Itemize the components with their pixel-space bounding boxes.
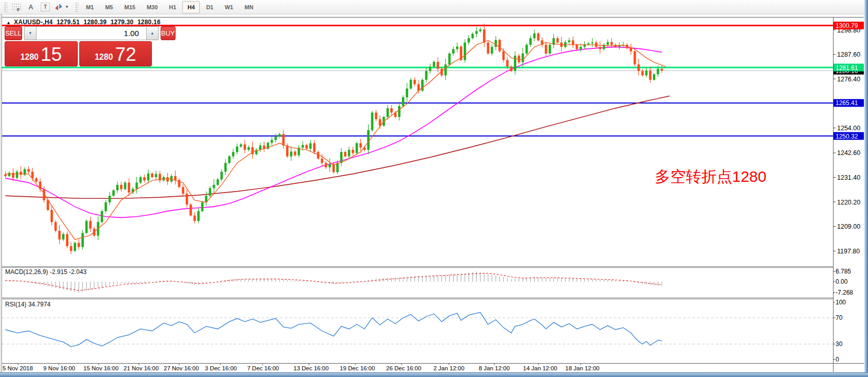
label-icon: T	[41, 3, 50, 11]
timeframe-toolbar-grip[interactable]	[75, 2, 78, 12]
timeframe-button-M1[interactable]: M1	[81, 1, 99, 13]
svg-text:F: F	[17, 7, 20, 12]
high-value: 1280.39	[83, 19, 107, 26]
label-tool[interactable]: T	[39, 1, 52, 13]
window-left-border	[0, 14, 2, 377]
toolbar: FAT▼ M1M5M15M30H1H4D1W1MN	[0, 0, 868, 14]
chart-ohlc-header: ▲XAUUSD-,H4 1279.51 1280.39 1279.30 1280…	[6, 19, 163, 26]
svg-text:5 Nov 2018: 5 Nov 2018	[3, 365, 33, 371]
toolbar-grip[interactable]	[4, 2, 7, 12]
svg-text:1231.40: 1231.40	[837, 174, 860, 181]
svg-text:3 Dec 16:00: 3 Dec 16:00	[205, 365, 237, 371]
timeframe-button-MN[interactable]: MN	[239, 1, 258, 13]
buy-button[interactable]: BUY	[161, 26, 176, 40]
sell-price-button[interactable]: 1280 15	[5, 41, 78, 66]
svg-text:0.00: 0.00	[836, 278, 848, 285]
macd-indicator-label: MACD(12,26,9) -2.915 -2.043	[5, 268, 86, 276]
bid-price-small: 1280	[20, 53, 39, 62]
svg-text:14 Jan 12:00: 14 Jan 12:00	[523, 365, 558, 371]
svg-text:1265.41: 1265.41	[836, 99, 858, 107]
ask-price-big: 72	[115, 45, 136, 64]
svg-text:8 Jan 12:00: 8 Jan 12:00	[479, 365, 510, 371]
svg-text:1209.00: 1209.00	[837, 223, 860, 230]
chart-annotation-text: 多空转折点1280	[655, 168, 767, 185]
arrows-tool[interactable]: ▼	[53, 1, 70, 13]
arrows-icon	[54, 3, 64, 11]
svg-text:15 Nov 16:00: 15 Nov 16:00	[83, 365, 118, 371]
svg-text:1276.40: 1276.40	[837, 76, 860, 83]
ask-price-small: 1280	[95, 53, 113, 62]
timeframe-button-H4[interactable]: H4	[182, 1, 200, 13]
timeframe-button-D1[interactable]: D1	[201, 1, 218, 13]
mt4-window: 1298.801287.601276.401254.001242.601231.…	[0, 0, 868, 377]
svg-text:0: 0	[836, 356, 839, 363]
svg-text:70: 70	[836, 314, 843, 321]
timeframe-button-M5[interactable]: M5	[100, 1, 118, 13]
timeframe-button-W1[interactable]: W1	[219, 1, 238, 13]
volume-input[interactable]	[37, 26, 146, 40]
sell-button[interactable]: SELL	[5, 26, 22, 40]
buy-price-button[interactable]: 1280 72	[79, 41, 152, 66]
rsi-indicator-label: RSI(14) 34.7974	[5, 301, 50, 308]
close-value: 1280.16	[137, 19, 161, 26]
svg-text:7 Dec 16:00: 7 Dec 16:00	[247, 365, 279, 371]
low-value: 1279.30	[111, 19, 134, 26]
volume-decrease-button[interactable]: ▼	[24, 26, 37, 40]
symbol-period-label: XAUUSD-,H4	[14, 19, 53, 26]
text-icon: A	[28, 3, 33, 11]
svg-text:2 Jan 12:00: 2 Jan 12:00	[433, 365, 464, 371]
svg-text:30: 30	[836, 340, 843, 348]
fibonacci-tool[interactable]: F	[10, 1, 23, 13]
timeframe-button-M15[interactable]: M15	[119, 1, 140, 13]
svg-text:1242.60: 1242.60	[837, 149, 860, 157]
fibonacci-icon: F	[11, 3, 22, 12]
timeframe-button-H1[interactable]: H1	[164, 1, 181, 13]
volume-increase-button[interactable]: ▲	[146, 26, 159, 40]
chevron-down-icon: ▼	[65, 5, 69, 9]
svg-text:27 Nov 16:00: 27 Nov 16:00	[164, 365, 199, 371]
svg-text:1287.60: 1287.60	[837, 51, 860, 58]
svg-text:1197.80: 1197.80	[837, 248, 860, 255]
svg-text:9 Nov 16:00: 9 Nov 16:00	[43, 365, 75, 371]
window-bottom-border	[0, 372, 868, 377]
one-click-trading-panel: SELL ▼ ▲ BUY 1280 15 1280 72	[5, 26, 152, 66]
svg-text:-7.268: -7.268	[836, 289, 853, 296]
bid-price-big: 15	[41, 45, 62, 64]
svg-text:1300.79: 1300.79	[836, 22, 858, 29]
svg-text:1250.32: 1250.32	[836, 133, 858, 140]
svg-text:18 Jan 12:00: 18 Jan 12:00	[565, 365, 600, 371]
trade-panel-collapse-icon[interactable]: ▲	[6, 20, 11, 25]
svg-text:6.785: 6.785	[836, 268, 851, 275]
svg-text:1254.00: 1254.00	[837, 125, 860, 132]
open-value: 1279.51	[57, 19, 80, 26]
svg-text:21 Nov 16:00: 21 Nov 16:00	[124, 365, 159, 371]
svg-text:19 Dec 16:00: 19 Dec 16:00	[340, 365, 375, 371]
svg-text:1220.20: 1220.20	[837, 199, 860, 206]
timeframe-button-M30[interactable]: M30	[142, 1, 163, 13]
svg-text:100: 100	[836, 299, 846, 306]
svg-text:26 Dec 16:00: 26 Dec 16:00	[386, 365, 421, 371]
svg-text:1281.61: 1281.61	[836, 64, 858, 72]
text-tool[interactable]: A	[24, 1, 38, 13]
window-right-border	[864, 0, 868, 377]
svg-text:13 Dec 16:00: 13 Dec 16:00	[293, 365, 328, 371]
